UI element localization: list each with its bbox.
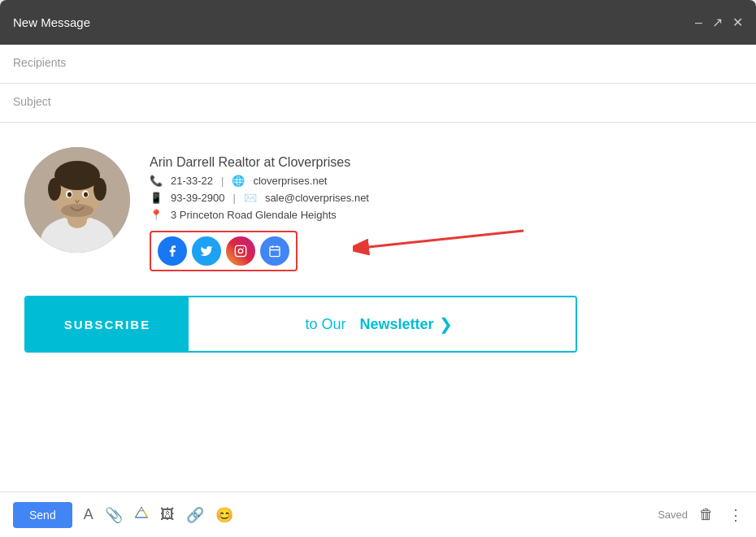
divider2: | — [233, 192, 236, 204]
expand-button[interactable]: ↗ — [712, 15, 723, 30]
compose-window: New Message – ↗ ✕ Recipients Subject — [0, 0, 756, 537]
recipients-field[interactable]: Recipients — [0, 45, 756, 84]
svg-point-14 — [243, 248, 244, 249]
sig-row-address: 📍 3 Princeton Road Glendale Heights — [150, 209, 369, 221]
drive-icon[interactable] — [134, 505, 149, 524]
address: 3 Princeton Road Glendale Heights — [171, 209, 337, 221]
divider1: | — [221, 175, 224, 187]
mobile-icon: 📱 — [150, 192, 163, 204]
web-icon: 🌐 — [232, 175, 245, 187]
svg-point-6 — [93, 178, 106, 201]
svg-rect-15 — [270, 247, 280, 257]
format-text-icon[interactable]: A — [84, 506, 93, 523]
close-button[interactable]: ✕ — [732, 15, 743, 30]
svg-rect-12 — [235, 245, 245, 256]
svg-point-10 — [84, 193, 88, 197]
signature-card: Arin Darrell Realtor at Cloverprises 📞 2… — [24, 147, 732, 271]
subject-label: Subject — [13, 95, 51, 108]
location-icon: 📍 — [150, 209, 163, 221]
subscribe-button[interactable]: SUBSCRIBE — [26, 297, 189, 351]
calendar-button[interactable] — [260, 236, 289, 266]
compose-header: New Message – ↗ ✕ — [0, 0, 756, 45]
svg-point-9 — [67, 193, 72, 197]
attach-icon[interactable]: 📎 — [105, 506, 123, 524]
subscribe-arrow-icon: ❯ — [439, 314, 453, 334]
facebook-button[interactable] — [158, 236, 187, 266]
email-icon: ✉️ — [244, 192, 257, 204]
sig-name: Arin Darrell Realtor at Cloverprises — [150, 155, 369, 170]
newsletter-label: Newsletter — [360, 316, 434, 333]
subject-field[interactable]: Subject — [0, 84, 756, 123]
compose-body[interactable]: Arin Darrell Realtor at Cloverprises 📞 2… — [0, 123, 756, 492]
sig-row-mobile: 📱 93-39-2900 | ✉️ sale@cloverprises.net — [150, 192, 369, 204]
email: sale@cloverprises.net — [265, 192, 369, 204]
sig-row-phone: 📞 21-33-22 | 🌐 cloverprises.net — [150, 175, 369, 187]
svg-point-4 — [54, 161, 100, 190]
compose-title: New Message — [13, 15, 90, 29]
link-icon[interactable]: 🔗 — [186, 506, 204, 524]
subscribe-section: SUBSCRIBE to Our Newsletter ❯ — [24, 296, 577, 353]
minimize-button[interactable]: – — [695, 15, 702, 30]
subscribe-pre-text: to Our — [305, 316, 345, 333]
phone1: 21-33-22 — [171, 175, 213, 187]
twitter-button[interactable] — [192, 236, 221, 266]
svg-point-5 — [48, 178, 61, 201]
svg-point-13 — [238, 249, 242, 253]
signature-info: Arin Darrell Realtor at Cloverprises 📞 2… — [150, 147, 369, 271]
website: cloverprises.net — [253, 175, 327, 187]
social-icons-wrapper — [150, 231, 369, 271]
social-icons-group — [150, 231, 298, 271]
recipients-label: Recipients — [13, 56, 66, 69]
compose-footer: Send A 📎 🖼 🔗 😊 Saved 🗑 ⋮ — [0, 492, 756, 537]
avatar — [24, 147, 130, 253]
phone2: 93-39-2900 — [171, 192, 225, 204]
delete-button[interactable]: 🗑 — [699, 506, 714, 523]
more-options-button[interactable]: ⋮ — [728, 506, 743, 524]
emoji-icon[interactable]: 😊 — [215, 506, 233, 524]
send-button[interactable]: Send — [13, 502, 72, 528]
phone-icon: 📞 — [150, 175, 163, 187]
svg-point-11 — [61, 204, 93, 217]
subscribe-text: to Our Newsletter ❯ — [189, 297, 576, 351]
svg-line-20 — [369, 231, 524, 247]
saved-status: Saved — [658, 509, 688, 521]
header-actions: – ↗ ✕ — [695, 15, 743, 30]
annotation-arrow — [353, 223, 532, 271]
instagram-button[interactable] — [226, 236, 255, 266]
image-icon[interactable]: 🖼 — [160, 506, 175, 523]
